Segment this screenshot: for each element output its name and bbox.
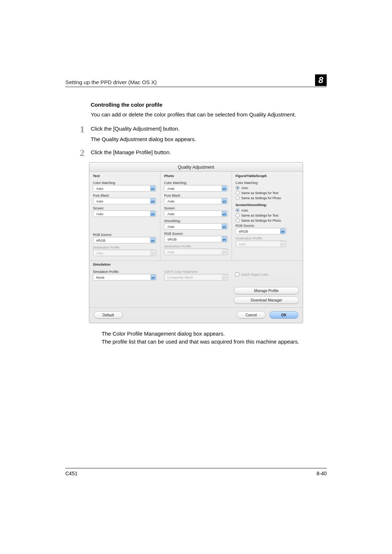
photo-dest-profile-value: Auto	[167, 250, 175, 254]
ftg-rgb-source-label: RGB Source:	[236, 224, 299, 227]
text-pure-black-label: Pure Black:	[93, 194, 156, 197]
text-screen-value: Auto	[96, 212, 103, 216]
footer-page-number: 8-40	[317, 471, 327, 476]
stepper-icon: ▴▾	[150, 238, 155, 243]
step-2-number: 2	[80, 148, 91, 158]
radio-icon	[236, 186, 240, 190]
radio-icon	[236, 213, 240, 217]
download-manager-label: Download Manager	[251, 298, 282, 302]
tab-text-label: Text	[93, 174, 156, 179]
step-2-line1: Click the [Manage Profile] button.	[91, 149, 171, 155]
step-2: 2 Click the [Manage Profile] button.	[91, 148, 327, 158]
step-1-number: 1	[80, 125, 91, 134]
stepper-icon: ▴▾	[150, 186, 155, 191]
ftg-cm-auto-label: Auto	[241, 186, 248, 190]
stepper-icon: ▴▾	[150, 250, 155, 255]
page-footer: C451 8-40	[65, 468, 327, 476]
text-pure-black-value: Auto	[96, 199, 103, 203]
photo-dest-profile-label: Destination Profile:	[164, 245, 228, 248]
step-1-line2: The Quality Adjustment dialog box appear…	[91, 135, 327, 144]
text-color-matching-value: Auto	[96, 186, 103, 190]
photo-pure-black-select[interactable]: Auto ▴▾	[164, 198, 228, 204]
manage-profile-button[interactable]: Manage Profile	[234, 287, 299, 294]
cancel-button-label: Cancel	[245, 313, 257, 317]
photo-color-matching-label: Color Matching:	[164, 181, 228, 185]
photo-smoothing-select[interactable]: Auto ▴▾	[164, 223, 228, 230]
ftg-cm-same-photo-label: Same as Settings for Photo	[241, 196, 281, 200]
stepper-icon: ▴▾	[222, 198, 227, 204]
column-text: Text Color Matching: Auto ▴▾ Pure Black:…	[89, 172, 160, 260]
text-dest-profile-value: Auto	[96, 251, 103, 255]
ftg-rgb-source-select[interactable]: sRGB ▴▾	[236, 228, 286, 234]
stepper-icon: ▴▾	[280, 241, 285, 246]
stepper-icon: ▴▾	[222, 275, 227, 280]
cmyk-gray-value: Composite Black	[167, 275, 193, 279]
stepper-icon: ▴▾	[280, 229, 285, 234]
page-header: Setting up the PPD driver (Mac OS X) 8	[65, 74, 327, 87]
ok-button[interactable]: OK	[269, 311, 298, 319]
simulation-header: Simulation	[89, 260, 303, 266]
photo-pure-black-value: Auto	[167, 199, 175, 203]
stepper-icon: ▴▾	[222, 237, 227, 242]
cmyk-gray-select: Composite Black ▴▾	[164, 274, 228, 280]
text-dest-profile-label: Destination Profile:	[93, 246, 156, 249]
text-dest-profile-select: Auto ▴▾	[93, 250, 156, 256]
text-pure-black-select[interactable]: Auto ▴▾	[93, 198, 156, 204]
ftg-ss-same-photo-radio[interactable]: Same as Settings for Photo	[236, 218, 299, 222]
stepper-icon: ▴▾	[150, 198, 155, 204]
text-color-matching-label: Color Matching:	[93, 181, 156, 185]
photo-rgb-source-select[interactable]: sRGB ▴▾	[164, 236, 228, 242]
photo-smoothing-label: Smoothing:	[164, 219, 228, 223]
match-paper-color-checkbox: Match Paper Color	[235, 272, 268, 276]
radio-icon	[236, 191, 240, 195]
photo-color-matching-select[interactable]: Auto ▴▾	[164, 185, 228, 192]
ftg-dest-profile-label: Destination Profile:	[236, 237, 299, 240]
default-button-label: Default	[102, 313, 114, 317]
default-button[interactable]: Default	[94, 311, 123, 319]
cmyk-gray-label: CMYK Gray Treatment:	[164, 270, 228, 274]
radio-icon	[236, 196, 240, 200]
intro-paragraph: You can add or delete the color profiles…	[91, 111, 327, 118]
stepper-icon: ▴▾	[222, 224, 227, 229]
text-screen-select[interactable]: Auto ▴▾	[93, 210, 156, 217]
ftg-cm-auto-radio[interactable]: Auto	[236, 186, 299, 190]
ok-button-label: OK	[281, 313, 287, 317]
simulation-profile-value: None	[96, 275, 105, 279]
ftg-ss-same-text-radio[interactable]: Same as Settings for Text	[236, 213, 299, 217]
radio-icon	[236, 218, 240, 222]
photo-screen-select[interactable]: Auto ▴▾	[164, 210, 228, 217]
ftg-cm-same-text-radio[interactable]: Same as Settings for Text	[236, 191, 299, 195]
photo-color-matching-value: Auto	[167, 186, 175, 190]
header-path: Setting up the PPD driver (Mac OS X)	[65, 79, 157, 85]
text-rgb-source-value: sRGB	[96, 238, 105, 242]
text-rgb-source-label: RGB Source:	[93, 233, 156, 237]
ftg-rgb-source-value: sRGB	[239, 229, 248, 233]
column-photo: Photo Color Matching: Auto ▴▾ Pure Black…	[160, 172, 232, 260]
dialog-title: Quality Adjustment	[89, 163, 303, 172]
cancel-button[interactable]: Cancel	[237, 311, 266, 319]
quality-adjustment-dialog: Quality Adjustment Text Color Matching: …	[89, 162, 303, 323]
ftg-ss-auto-radio[interactable]: Auto	[236, 208, 299, 212]
tab-ftg-label: Figure/Table/Graph	[236, 174, 299, 179]
ftg-cm-same-text-label: Same as Settings for Text	[241, 191, 278, 195]
download-manager-button[interactable]: Download Manager	[234, 296, 299, 304]
photo-pure-black-label: Pure Black:	[164, 194, 228, 197]
photo-smoothing-value: Auto	[167, 225, 175, 229]
footer-model: C451	[65, 471, 77, 476]
simulation-profile-select[interactable]: None ▴▾	[93, 274, 157, 280]
ftg-ss-same-text-label: Same as Settings for Text	[241, 214, 278, 217]
column-ftg: Figure/Table/Graph Color Matching: Auto …	[232, 172, 303, 260]
stepper-icon: ▴▾	[222, 249, 227, 254]
text-rgb-source-select[interactable]: sRGB ▴▾	[93, 237, 156, 243]
checkbox-icon	[235, 272, 239, 276]
ftg-cm-same-photo-radio[interactable]: Same as Settings for Photo	[236, 196, 299, 200]
stepper-icon: ▴▾	[222, 186, 227, 191]
radio-icon	[236, 208, 240, 212]
ftg-ss-label: Screen/Smoothing:	[236, 203, 299, 207]
photo-rgb-source-value: sRGB	[167, 237, 176, 241]
text-color-matching-select[interactable]: Auto ▴▾	[93, 185, 156, 192]
chapter-number: 8	[315, 74, 327, 86]
ftg-dest-profile-value: Auto	[239, 242, 246, 246]
step-1: 1 Click the [Quality Adjustment] button.…	[91, 125, 327, 143]
match-paper-color-label: Match Paper Color	[241, 273, 268, 276]
